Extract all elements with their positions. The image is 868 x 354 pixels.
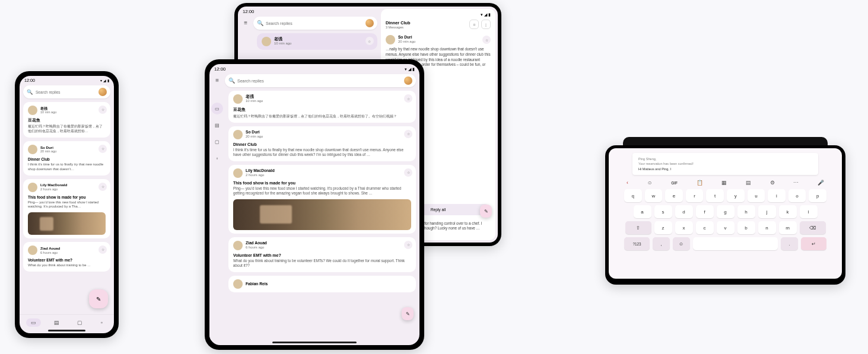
thread-list[interactable]: 老强 10 min ago ☆ 豆花鱼 最近忙吗？昨晚我去了你最爱的那家饭馆，点… [20,102,114,314]
gif-button[interactable]: GIF [671,181,678,185]
key-v[interactable]: v [717,221,735,234]
search-input[interactable] [266,21,363,25]
sent-time: 10 min ago [246,99,411,103]
key-u[interactable]: u [748,189,765,202]
menu-icon[interactable]: ≡ [241,20,250,26]
theme-icon[interactable]: ▤ [746,180,751,186]
battery-icon: ▮ [107,78,109,83]
thread-card[interactable]: 老强 10 min ago ☆ [257,33,377,50]
key-e[interactable]: e [665,189,683,202]
key-g[interactable]: g [717,205,735,218]
key-q[interactable]: q [624,189,642,202]
compose-fab[interactable]: ✎ [89,289,108,308]
search-field[interactable]: 🔍 [253,17,377,30]
settings-icon[interactable]: ▦ [721,180,727,186]
key-period[interactable]: . [781,237,798,250]
key-a[interactable]: a [634,205,651,218]
star-icon[interactable]: ☆ [98,183,107,191]
nav-inbox[interactable]: ▭ [211,103,223,114]
key-t[interactable]: t [706,189,724,202]
key-p[interactable]: p [809,189,826,202]
profile-avatar[interactable] [365,19,374,27]
key-i[interactable]: i [768,189,786,202]
nav-video[interactable]: ▫ [211,152,223,164]
star-icon[interactable]: ☆ [98,106,107,114]
star-icon[interactable]: ☆ [404,168,412,177]
more-icon[interactable]: ⋮ [481,20,491,29]
sticker-icon[interactable]: ☺ [647,180,653,186]
status-icons: ▾ ◢ ▮ [405,67,415,72]
key-f[interactable]: f [696,205,714,218]
thread-card[interactable]: Lily MacDonald 2 hours ago ☆ This food s… [23,179,110,239]
thread-card[interactable]: Ziad Aouad 6 hours ago ☆ Volunteer EMT w… [228,237,416,272]
key-l[interactable]: l [800,205,818,218]
search-input[interactable] [237,79,402,83]
sent-time: 6 hours ago [246,245,411,250]
star-icon[interactable]: ☆ [404,94,412,103]
key-comma[interactable]: , [653,237,670,250]
search-field[interactable]: 🔍 [225,74,416,87]
star-icon[interactable]: ☆ [482,36,491,44]
compose-button[interactable]: ✎ [402,307,414,320]
gesture-handle[interactable] [48,330,86,331]
thread-card[interactable]: So Duri 20 min ago ☆ Dinner Club I think… [228,126,416,161]
nav-chat[interactable]: ▢ [211,136,223,148]
nav-articles[interactable]: ▤ [211,119,223,131]
key-z[interactable]: z [654,221,672,234]
detail-time: 20 min ago [398,40,479,44]
thread-card[interactable]: Lily MacDonald 2 hours ago ☆ This food s… [228,165,416,234]
key-s[interactable]: s [654,205,672,218]
nav-video[interactable]: ▫ [96,318,107,327]
key-w[interactable]: w [645,189,663,202]
key-x[interactable]: x [675,221,693,234]
nav-inbox[interactable]: ▭ [26,318,41,327]
clipboard-icon[interactable]: 📋 [697,180,703,186]
key-o[interactable]: o [788,189,806,202]
nav-chat[interactable]: ▢ [72,318,87,327]
menu-icon[interactable]: ≡ [213,78,221,84]
key-enter[interactable]: ↵ [801,237,826,250]
delete-icon[interactable]: ⌑ [469,20,479,29]
star-icon[interactable]: ☆ [365,37,374,45]
search-icon: 🔍 [257,20,263,26]
key-row-1: q w e r t y u i o p [624,189,826,202]
key-shift[interactable]: ⇧ [625,221,651,234]
thread-card[interactable]: Ziad Aouad 6 hours ago ☆ Volunteer EMT w… [23,242,110,272]
star-icon[interactable]: ☆ [98,145,107,153]
key-d[interactable]: d [675,205,693,218]
sender-avatar [28,145,37,154]
key-r[interactable]: r [686,189,704,202]
key-k[interactable]: k [779,205,797,218]
key-c[interactable]: c [696,221,714,234]
key-j[interactable]: j [758,205,776,218]
key-h[interactable]: h [737,205,755,218]
key-n[interactable]: n [758,221,776,234]
more-icon[interactable]: ⋯ [793,180,799,186]
nav-articles[interactable]: ▤ [49,318,64,327]
gesture-handle[interactable] [272,342,357,343]
thread-snippet: Ping— you'd love this new food show I st… [233,186,411,196]
profile-avatar[interactable] [98,88,107,96]
wifi-icon: ▾ [100,78,102,83]
star-icon[interactable]: ☆ [404,130,412,138]
gear-icon[interactable]: ⚙ [770,180,775,186]
star-icon[interactable]: ☆ [404,241,412,249]
back-icon[interactable]: ‹ [627,180,628,186]
key-symbols[interactable]: ?123 [624,237,650,250]
key-b[interactable]: b [737,221,755,234]
key-backspace[interactable]: ⌫ [800,221,826,234]
bottom-nav: ▭ ▤ ▢ ▫ [20,314,114,329]
search-field[interactable]: 🔍 [23,85,110,98]
thread-card[interactable]: 老强 10 min ago ☆ 豆花鱼 最近忙吗？昨晚我去了你最爱的那家饭馆，点… [228,91,416,123]
search-input[interactable] [36,90,96,94]
key-y[interactable]: y [727,189,745,202]
mic-icon[interactable]: 🎤 [818,180,824,186]
thread-list[interactable]: 老强 10 min ago ☆ 豆花鱼 最近忙吗？昨晚我去了你最爱的那家饭馆，点… [225,91,419,340]
key-space[interactable] [693,237,778,250]
key-emoji[interactable]: ☺ [673,237,690,250]
thread-card[interactable]: Fabian Reis [228,276,416,292]
thread-card[interactable]: 老强 10 min ago ☆ 豆花鱼 最近忙吗？昨晚我去了你最爱的那家饭馆，点… [23,102,110,138]
thread-card[interactable]: So Duri 20 min ago ☆ Dinner Club I think… [23,141,110,176]
key-m[interactable]: m [779,221,797,234]
profile-avatar[interactable] [404,76,412,85]
